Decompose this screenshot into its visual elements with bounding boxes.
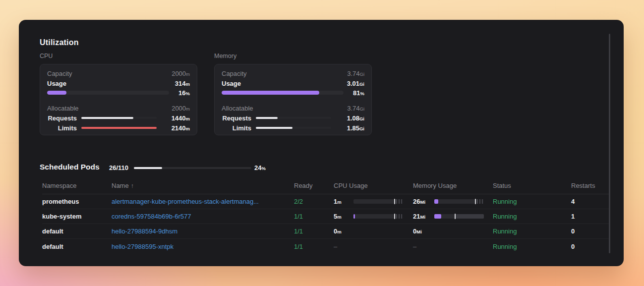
vertical-scrollbar-thumb[interactable] [609, 34, 610, 253]
pod-cpu-usage-cell: 5m [334, 213, 413, 220]
memory-requests-row: Requests 1.08Gi [222, 113, 364, 123]
pods-table-body: prometheusalertmanager-kube-prometheus-s… [42, 194, 609, 254]
memory-usage-row: Usage 3.01Gi [222, 78, 364, 88]
cpu-requests-value: 1440m [161, 114, 190, 122]
utilization-section-title: Utilization [40, 38, 79, 47]
pod-restarts: 1 [571, 213, 609, 220]
cpu-requests-label: Requests [47, 114, 77, 122]
usage-bar-request-marker [455, 214, 456, 219]
usage-bar-striped-tail [396, 199, 403, 204]
pod-restarts: 0 [571, 228, 609, 235]
scheduled-pods-count: 26/110 [109, 164, 128, 172]
memory-requests-label: Requests [222, 114, 251, 122]
cpu-allocatable-value: 2000m [172, 105, 190, 112]
pod-namespace: prometheus [42, 198, 112, 205]
pod-ready-count: 1/1 [294, 228, 334, 235]
cpu-allocatable-label: Allocatable [47, 105, 79, 112]
pod-restarts: 0 [571, 243, 609, 250]
memory-capacity-row: Capacity 3.74Gi [222, 68, 364, 78]
memory-usage-value: 3.01Gi [347, 80, 364, 87]
usage-value: 0m [334, 228, 353, 235]
column-header-status[interactable]: Status [493, 182, 571, 189]
cpu-usage-percent: 16% [169, 89, 190, 97]
scheduled-pods-percent: 24% [254, 164, 266, 172]
cpu-requests-line [81, 117, 133, 119]
usage-bar-fill [434, 214, 441, 219]
cpu-capacity-label: Capacity [47, 70, 72, 77]
pod-table-row[interactable]: kube-systemcoredns-597584b69b-6r5771/15m… [42, 209, 609, 224]
usage-value: 1m [334, 198, 353, 205]
memory-limits-value: 1.85Gi [336, 124, 364, 132]
pod-namespace: default [42, 243, 112, 250]
pod-ready-count: 1/1 [294, 243, 334, 250]
usage-bar-fill [353, 214, 355, 219]
memory-utilization-card: Capacity 3.74Gi Usage 3.01Gi 81% Allocat… [214, 64, 372, 135]
memory-requests-value: 1.08Gi [336, 114, 364, 122]
pod-name-link[interactable]: hello-27988595-xntpk [112, 243, 294, 250]
scheduled-pods-progress-track [134, 167, 251, 169]
memory-allocatable-row: Allocatable 3.74Gi [222, 103, 364, 113]
pod-name-link[interactable]: coredns-597584b69b-6r577 [112, 213, 294, 220]
memory-usage-label: Usage [222, 80, 241, 87]
pod-name-link[interactable]: hello-27988594-9dhsm [112, 228, 294, 235]
pod-memory-usage-cell: 0Mi [413, 228, 493, 235]
memory-limits-track [256, 127, 331, 129]
cpu-usage-bar-row: 16% [47, 88, 190, 97]
cpu-usage-bar-fill [47, 91, 66, 95]
cpu-usage-row: Usage 314m [47, 78, 190, 88]
cpu-meter-label: CPU [40, 53, 53, 59]
usage-bar-light-tail [456, 214, 484, 219]
usage-bar-request-marker [475, 199, 476, 204]
usage-value: – [413, 243, 434, 250]
pod-status: Running [493, 198, 571, 205]
pod-table-row[interactable]: defaulthello-27988594-9dhsm1/10m0MiRunni… [42, 224, 609, 239]
cpu-limits-line [81, 127, 157, 129]
cpu-requests-track [81, 117, 157, 119]
cpu-limits-value: 2140m [161, 124, 190, 132]
pod-table-row[interactable]: defaulthello-27988595-xntpk1/1––Running0 [42, 239, 609, 254]
pod-cpu-usage-cell: – [334, 243, 413, 250]
usage-bar [353, 214, 403, 219]
cpu-requests-row: Requests 1440m [47, 113, 190, 123]
cpu-limits-label: Limits [47, 124, 77, 132]
pod-status: Running [493, 213, 571, 220]
column-header-ready[interactable]: Ready [294, 182, 334, 189]
usage-bar [353, 199, 403, 204]
cpu-usage-bar-track [47, 91, 169, 95]
pod-name-link[interactable]: alertmanager-kube-prometheus-stack-alert… [112, 198, 294, 205]
sort-ascending-icon: ↑ [131, 182, 134, 189]
column-header-restarts[interactable]: Restarts [571, 182, 609, 189]
cpu-capacity-value: 2000m [172, 70, 190, 77]
memory-usage-bar-row: 81% [222, 88, 364, 97]
memory-requests-line [256, 117, 278, 119]
memory-requests-track [256, 117, 331, 119]
usage-value: 5m [334, 213, 353, 220]
memory-allocatable-value: 3.74Gi [347, 105, 364, 112]
pod-namespace: default [42, 228, 112, 235]
scheduled-pods-progress-fill [134, 167, 162, 169]
column-header-memory-usage[interactable]: Memory Usage [413, 182, 493, 189]
pod-table-row[interactable]: prometheusalertmanager-kube-prometheus-s… [42, 194, 609, 209]
column-header-cpu-usage[interactable]: CPU Usage [334, 182, 413, 189]
memory-limits-row: Limits 1.85Gi [222, 123, 364, 133]
cpu-limits-row: Limits 2140m [47, 123, 190, 133]
memory-usage-bar-track [222, 91, 344, 95]
memory-allocatable-label: Allocatable [222, 105, 253, 112]
pod-namespace: kube-system [42, 213, 112, 220]
usage-bar-fill [434, 199, 438, 204]
column-header-name[interactable]: Name↑ [112, 182, 294, 189]
usage-bar-striped-tail [477, 199, 484, 204]
cpu-usage-label: Usage [47, 80, 66, 87]
pod-status: Running [493, 228, 571, 235]
usage-value: 21Mi [413, 213, 434, 220]
column-header-namespace[interactable]: Namespace [42, 182, 112, 189]
cpu-utilization-card: Capacity 2000m Usage 314m 16% Allocatabl… [40, 64, 197, 135]
memory-capacity-label: Capacity [222, 70, 247, 77]
usage-bar-request-marker [394, 199, 395, 204]
node-detail-panel: Utilization CPU Capacity 2000m Usage 314… [19, 20, 624, 266]
pod-restarts: 4 [571, 198, 609, 205]
memory-meter-label: Memory [214, 53, 236, 59]
usage-value: – [334, 243, 353, 250]
usage-bar [434, 214, 484, 219]
memory-usage-bar-fill [222, 91, 319, 95]
